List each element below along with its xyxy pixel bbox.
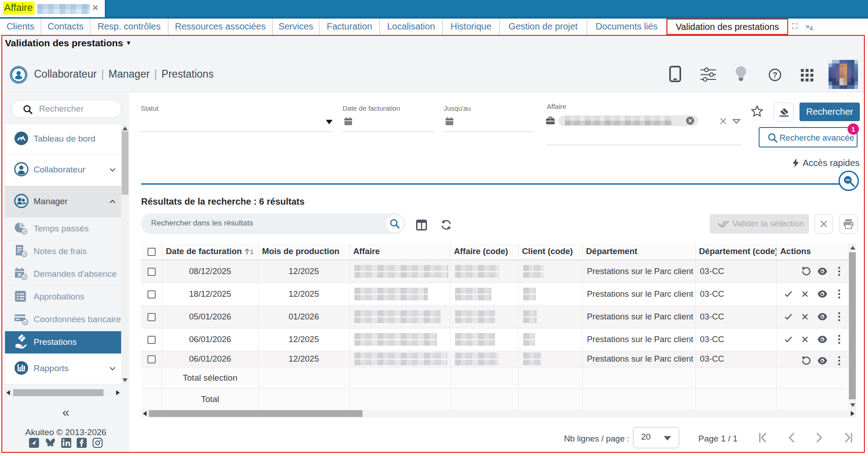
svg-text:1: 1 — [250, 248, 253, 255]
svg-text:?: ? — [773, 71, 777, 79]
